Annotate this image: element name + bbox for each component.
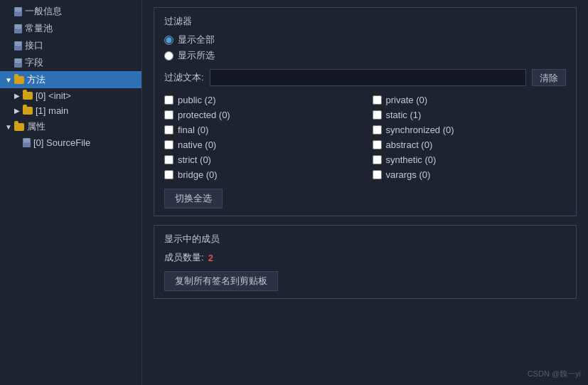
checkbox-abstract-input[interactable]: [373, 140, 382, 149]
sidebar-item-label: 一般信息: [25, 5, 62, 18]
checkbox-varargs-label: varargs (0): [386, 169, 431, 180]
toggle-all-button[interactable]: 切换全选: [164, 189, 223, 209]
folder-icon: [23, 92, 33, 100]
sidebar-item-general-info[interactable]: 一般信息: [0, 3, 141, 20]
file-icon: [14, 24, 22, 33]
members-section: 显示中的成员 成员数量: 2 复制所有签名到剪贴板: [154, 225, 577, 299]
sidebar: 一般信息 常量池 接口 字段 ▼ 方法 ▶ [0] <init> ▶ [1] m…: [0, 0, 142, 385]
radio-show-all-label: 显示全部: [178, 33, 215, 46]
checkbox-synthetic-input[interactable]: [373, 155, 382, 164]
radio-show-all[interactable]: 显示全部: [164, 33, 566, 46]
folder-icon: [23, 107, 33, 115]
checkboxes-grid: public (2) private (0) protected (0) sta…: [164, 95, 566, 180]
checkbox-native-input[interactable]: [164, 140, 173, 149]
members-section-title: 显示中的成员: [164, 233, 566, 246]
radio-show-all-input[interactable]: [164, 36, 173, 45]
folder-icon: [14, 123, 24, 131]
member-count-row: 成员数量: 2: [164, 251, 566, 264]
watermark: CSDN @魏一yi: [528, 369, 581, 379]
checkbox-varargs-input[interactable]: [373, 170, 382, 179]
checkbox-public-input[interactable]: [164, 95, 173, 105]
checkbox-bridge-input[interactable]: [164, 170, 173, 179]
checkbox-synchronized-label: synchronized (0): [386, 125, 454, 135]
sidebar-item-label: 字段: [25, 56, 43, 69]
member-count-label: 成员数量:: [164, 251, 204, 264]
checkbox-public[interactable]: public (2): [164, 95, 358, 105]
radio-show-selected[interactable]: 显示所选: [164, 49, 566, 62]
file-icon: [23, 138, 31, 147]
checkbox-final[interactable]: final (0): [164, 125, 358, 135]
sidebar-item-label: [0] SourceFile: [33, 137, 90, 148]
checkbox-synchronized-input[interactable]: [373, 125, 382, 135]
sidebar-item-constants[interactable]: 常量池: [0, 20, 141, 37]
checkbox-abstract[interactable]: abstract (0): [373, 139, 567, 150]
expand-icon: ▼: [4, 123, 13, 131]
sidebar-item-init[interactable]: ▶ [0] <init>: [0, 88, 141, 103]
radio-group: 显示全部 显示所选: [164, 33, 566, 62]
checkbox-synthetic[interactable]: synthetic (0): [373, 154, 567, 165]
checkbox-strict-label: strict (0): [178, 154, 211, 165]
filter-text-row: 过滤文本: 清除: [164, 69, 566, 86]
folder-icon: [14, 76, 24, 84]
member-count-value: 2: [208, 253, 213, 263]
checkbox-public-label: public (2): [178, 95, 215, 105]
checkbox-abstract-label: abstract (0): [386, 139, 433, 150]
checkbox-strict[interactable]: strict (0): [164, 154, 358, 165]
radio-show-selected-label: 显示所选: [178, 49, 215, 62]
checkbox-private-label: private (0): [386, 95, 428, 105]
sidebar-item-label: 接口: [25, 39, 43, 52]
file-icon: [14, 7, 22, 16]
checkbox-private-input[interactable]: [373, 95, 382, 105]
filter-text-label: 过滤文本:: [164, 71, 204, 84]
sidebar-item-interface[interactable]: 接口: [0, 37, 141, 54]
filter-section: 过滤器 显示全部 显示所选 过滤文本: 清除 public (2) pr: [154, 7, 577, 216]
sidebar-item-attributes[interactable]: ▼ 属性: [0, 118, 141, 135]
sidebar-item-main[interactable]: ▶ [1] main: [0, 103, 141, 118]
filter-section-title: 过滤器: [164, 15, 566, 28]
sidebar-item-label: 方法: [27, 73, 46, 86]
sidebar-item-fields[interactable]: 字段: [0, 54, 141, 71]
file-icon: [14, 41, 22, 51]
checkbox-strict-input[interactable]: [164, 155, 173, 164]
checkbox-static-input[interactable]: [373, 110, 382, 120]
checkbox-synchronized[interactable]: synchronized (0): [373, 125, 567, 135]
checkbox-bridge-label: bridge (0): [178, 169, 218, 180]
checkbox-private[interactable]: private (0): [373, 95, 567, 105]
checkbox-protected-input[interactable]: [164, 110, 173, 120]
sidebar-item-label: [1] main: [36, 105, 68, 116]
checkbox-native-label: native (0): [178, 139, 216, 150]
copy-signatures-button[interactable]: 复制所有签名到剪贴板: [164, 271, 278, 291]
checkbox-static[interactable]: static (1): [373, 110, 567, 120]
clear-button[interactable]: 清除: [532, 69, 566, 86]
sidebar-item-label: 属性: [27, 120, 46, 133]
expand-icon: ▼: [4, 76, 13, 84]
checkbox-final-input[interactable]: [164, 125, 173, 135]
sidebar-item-label: 常量池: [25, 22, 53, 35]
checkbox-bridge[interactable]: bridge (0): [164, 169, 358, 180]
sidebar-item-methods[interactable]: ▼ 方法: [0, 71, 141, 88]
file-icon: [14, 58, 22, 68]
radio-show-selected-input[interactable]: [164, 51, 173, 60]
main-content: 过滤器 显示全部 显示所选 过滤文本: 清除 public (2) pr: [142, 0, 588, 385]
checkbox-protected[interactable]: protected (0): [164, 110, 358, 120]
checkbox-synthetic-label: synthetic (0): [386, 154, 437, 165]
checkbox-protected-label: protected (0): [178, 110, 230, 120]
checkbox-final-label: final (0): [178, 125, 208, 135]
checkbox-varargs[interactable]: varargs (0): [373, 169, 567, 180]
checkbox-static-label: static (1): [386, 110, 422, 120]
checkbox-native[interactable]: native (0): [164, 139, 358, 150]
expand-icon: ▶: [13, 107, 21, 115]
filter-text-input[interactable]: [210, 69, 526, 86]
sidebar-item-sourcefile[interactable]: [0] SourceFile: [0, 135, 141, 150]
expand-icon: ▶: [13, 92, 21, 100]
sidebar-item-label: [0] <init>: [36, 90, 71, 101]
